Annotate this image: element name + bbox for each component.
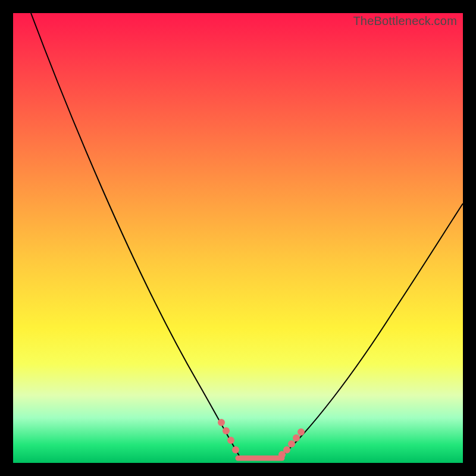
marker-dot — [223, 427, 230, 434]
chart-svg — [13, 13, 463, 463]
marker-dot — [232, 446, 239, 453]
marker-dot — [288, 440, 295, 447]
marker-dot — [283, 446, 290, 453]
marker-dot — [218, 419, 225, 426]
right-curve — [282, 203, 463, 456]
marker-dot — [227, 437, 234, 444]
chart-plot-area: TheBottleneck.com — [13, 13, 463, 463]
marker-dot — [298, 428, 305, 436]
left-curve — [31, 13, 239, 456]
marker-dot — [293, 434, 300, 441]
